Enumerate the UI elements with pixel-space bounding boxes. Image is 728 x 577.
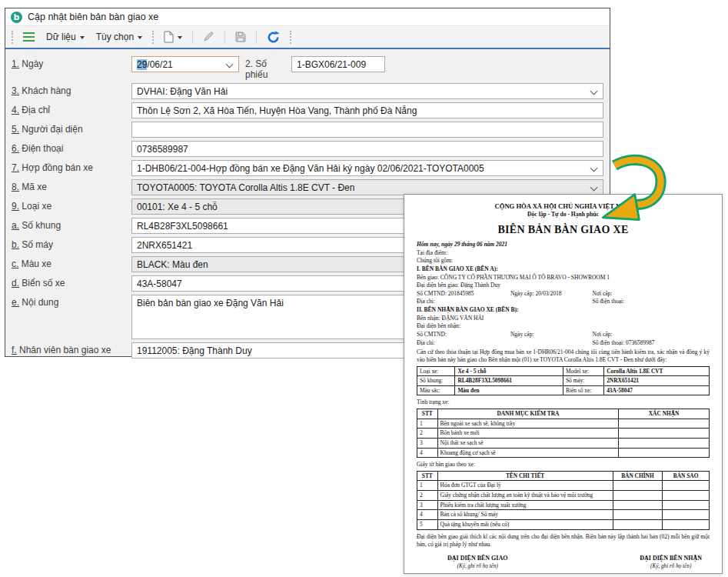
table-row: 5Quà tặng khuyến mãi (nếu có) [417,519,710,529]
doc-condition-label: Tình trạng xe: [417,399,710,407]
doc-party-a-addr-row: Địa chỉ: Số điện thoại: [417,298,710,306]
new-record-button[interactable] [161,28,185,45]
table-header-row: STT DANH MỤC KIỂM TRA XÁC NHẬN [417,409,710,419]
screen: b Cập nhật biên bản bàn giao xe Dữ liệu … [0,0,728,577]
date-combobox[interactable]: 29/06/21 [131,56,239,72]
ma-xe-combobox[interactable]: TOYOTA0005: TOYOTA Corolla Altis 1.8E CV… [131,179,603,195]
signature-receiver: ĐẠI DIỆN BÊN NHẬN (Ký, ghi rõ họ tên) [640,555,702,569]
doc-location-line: Tại địa điểm: [417,249,710,258]
pencil-icon [203,32,214,42]
nguoi-dai-dien-input[interactable] [131,122,603,138]
doc-party-b-rep: Đại diện bên nhận: [417,322,710,331]
table-row: 2Giấy chứng nhận chất lượng an toàn kỹ t… [417,491,710,501]
curved-arrow-icon [596,154,668,226]
handover-document-preview: CỘNG HÒA XÃ HỘI CHỦ NGHĨA VIỆT NAM Độc l… [404,194,723,574]
caret-down-icon [138,36,142,39]
field-label-ngay: 1. Ngày [12,56,131,69]
dien-thoai-input[interactable]: 0736589987 [131,141,603,157]
toolbar-separator [256,31,257,44]
signature-giver: ĐẠI DIỆN BÊN GIAO (Ký, ghi rõ họ tên) [447,555,507,569]
table-header-row: STT TÊN CHI TIẾT BẢN CHÍNH BẢN SAO [417,471,710,481]
caret-down-icon [80,36,85,39]
table-row: 4Khoang động cơ sạch sẽ [417,448,710,458]
field-label-nhan-vien: f. Nhân viên bàn giao xe [12,342,131,355]
table-row: 4Bản cà số khung/ Số máy [417,510,710,520]
edit-button[interactable] [200,29,218,45]
form-row-date: 1. Ngày 29/06/21 2. Số phiếu 1-BGX06/21-… [12,56,603,80]
window-title: Cập nhật biên bản bàn giao xe [28,12,158,22]
toolbar-grip[interactable] [290,31,291,44]
field-label-hop-dong: 7. Hợp đồng bán xe [12,160,131,173]
doc-party-a-name: Bên giao: CÔNG TY CỔ PHẦN THƯƠNG MẠI Ô T… [417,274,710,282]
table-row: Loại xe: Xe 4 - 5 chỗ Model xe: Corolla … [417,366,710,376]
table-row: 1Bên ngoài xe sạch sẽ, không trầy [417,419,710,429]
form-row-dien-thoai: 6. Điện thoại 0736589987 [12,141,603,157]
field-label-nguoi-dai-dien: 5. Người đại diện [12,122,131,135]
data-menu-button[interactable]: Dữ liệu [43,29,88,45]
doc-party-b-id-row: Số CMTND: Ngày cấp: Nơi cấp: [417,331,710,339]
so-phieu-input[interactable]: 1-BGX06/21-009 [291,56,385,72]
save-button[interactable] [232,29,249,45]
field-label-loai-xe: 9. Loại xe [12,198,131,212]
form-row-ma-xe: 8. Mã xe TOYOTA0005: TOYOTA Corolla Alti… [12,179,603,195]
doc-agreement-paragraph: Căn cứ theo thỏa thuận tại Hợp đồng mua … [417,349,710,364]
field-label-noi-dung: e. Nội dung [12,295,131,308]
refresh-icon [267,31,280,44]
table-row: 2Bốn bánh xe mới [417,429,710,439]
toolbar-separator [192,31,193,44]
field-label-so-may: b. Số máy [12,237,131,250]
doc-parties-line: Chúng tôi gồm: [417,257,710,265]
doc-party-b-addr-row: Địa chỉ: Số điện thoại: 0736589987 [417,339,710,348]
doc-party-a-header: I. BÊN BÀN GIAO XE (BÊN A): [417,265,710,274]
doc-party-a-id-row: Số CMTND: 201845985 Ngày cấp: 20/03/2018… [417,290,710,299]
table-row: 1Hóa đơn GTGT của Đại lý [417,481,710,491]
refresh-button[interactable] [264,28,283,46]
field-label-dien-thoai: 6. Điện thoại [12,141,131,154]
main-menu-button[interactable] [20,30,38,45]
toolbar: Dữ liệu Tùy chọn [5,26,610,49]
doc-vehicle-table: Loại xe: Xe 4 - 5 chỗ Model xe: Corolla … [417,366,710,396]
field-label-bien-so: d. Biển số xe [12,275,131,288]
hamburger-icon [23,32,35,42]
field-label-dia-chi: 4. Địa chỉ [12,102,131,115]
doc-party-b-header: II. BÊN NHẬN BÀN GIAO XE (BÊN B): [417,306,710,315]
doc-signature-row: ĐẠI DIỆN BÊN GIAO (Ký, ghi rõ họ tên) ĐẠ… [417,555,710,569]
doc-check-table: STT DANH MỤC KIỂM TRA XÁC NHẬN 1Bên ngoà… [417,409,710,458]
toolbar-separator [224,31,225,44]
new-document-icon [164,31,174,43]
doc-closing-paragraph: Đại diện bên giao giải thích kĩ các nội … [417,533,710,549]
field-label-ma-xe: 8. Mã xe [12,179,131,192]
doc-papers-table: STT TÊN CHI TIẾT BẢN CHÍNH BẢN SAO 1Hóa … [417,471,710,530]
doc-papers-label: Giấy tờ bàn giao theo xe: [417,461,710,469]
table-row: Số khung: RL4B28F3XL5098661 Số máy: 2NRX… [417,376,710,386]
form-row-hop-dong: 7. Hợp đồng bán xe 1-DHB06/21-004-Hợp đồ… [12,160,603,176]
field-label-mau-xe: c. Màu xe [12,256,131,269]
form-row-khach-hang: 3. Khách hàng DVHAI: Đặng Văn Hải [12,83,603,99]
field-label-khach-hang: 3. Khách hàng [12,83,131,96]
doc-party-b-name: Bên nhận: ĐẶNG VĂN HẢI [417,315,710,323]
floppy-disk-icon [235,32,246,42]
chevron-down-icon [226,61,234,68]
doc-party-a-rep: Đại diện bên giao: Đặng Thành Duy [417,282,710,290]
table-row: Màu sắc: Màu đen Biển số xe: 43A-58047 [417,385,710,395]
window-titlebar: b Cập nhật biên bản bàn giao xe [5,8,610,26]
toolbar-grip[interactable] [152,31,154,44]
toolbar-grip[interactable] [12,31,13,44]
hop-dong-combobox[interactable]: 1-DHB06/21-004-Hợp đồng bán xe Đặng Văn … [131,160,603,176]
form-row-dia-chi: 4. Địa chỉ Thôn Lệ Sơn 2, Xã Hòa Tiến, H… [12,102,603,118]
table-row: 3Phiếu kiểm tra chất lượng xuất xưởng [417,500,710,510]
field-label-so-khung: a. Số khung [12,218,131,231]
date-selection: 29 [137,59,147,70]
form-row-nguoi-dai-dien: 5. Người đại diện [12,122,603,138]
table-row: 3Nội thất xe sạch sẽ [417,438,710,448]
chevron-down-icon [590,88,598,95]
khach-hang-combobox[interactable]: DVHAI: Đặng Văn Hải [131,83,603,99]
bravo-app-icon: b [11,12,22,23]
doc-date-line: Hôm nay, ngày 29 tháng 06 năm 2021 [417,241,710,249]
dia-chi-input[interactable]: Thôn Lệ Sơn 2, Xã Hòa Tiến, Huyện Hòa Va… [131,102,603,118]
options-menu-button[interactable]: Tùy chọn [93,29,145,45]
field-label-so-phieu: 2. Số phiếu [239,56,291,80]
caret-down-icon [178,36,182,39]
